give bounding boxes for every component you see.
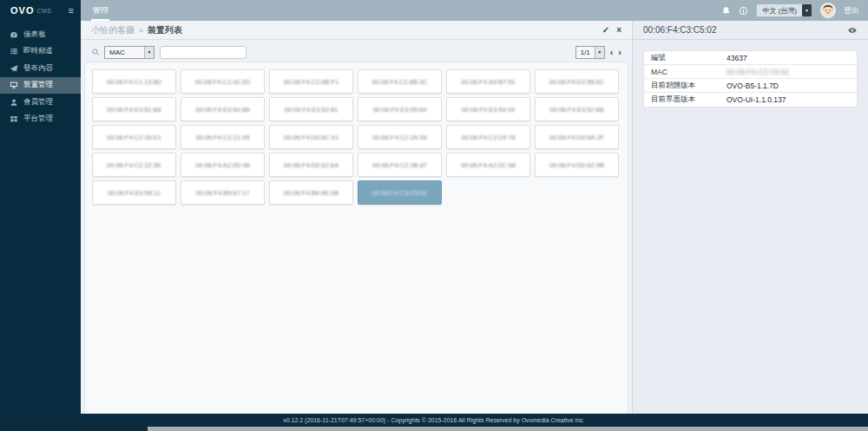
device-card[interactable]: 00:06:F4:D0:62:6A (269, 153, 353, 177)
detail-row: 目前界面版本OVO-UI-1.1.0.137 (644, 93, 857, 107)
device-card[interactable]: 00:06:F4:C1:8B:3C (358, 69, 442, 94)
sidebar-item-dashboard[interactable]: 儀表板 (0, 26, 81, 43)
avatar[interactable] (820, 3, 836, 18)
main-content: 小恰的客廳 » 裝置列表 ✓ × MAC ▼ 1/1 ▼ ‹ › (81, 21, 632, 414)
device-card[interactable]: 00:06:F4:B6:9E:0B (269, 180, 353, 205)
device-card[interactable]: 00:06:F4:B5:67:17 (181, 180, 265, 205)
bell-icon[interactable] (721, 6, 731, 16)
detail-table: 編號43637MAC00:06:F4:C3:C5:02目前韌體版本OVO-B5-… (643, 50, 858, 108)
device-mac-label: 00:06:F4:E3:61:B8 (107, 106, 161, 114)
device-card[interactable]: 00:06:F4:E3:61:B8 (92, 97, 176, 121)
detail-row-value: 00:06:F4:C3:C5:02 (727, 68, 789, 76)
device-card[interactable]: 00:06:F4:C2:24:78 (446, 125, 530, 149)
page-select[interactable]: 1/1 ▼ (575, 46, 605, 59)
sidebar-nav: 儀表板 即時頻道 發布內容 裝置管理 會員管理 平台管理 (0, 21, 81, 127)
detail-row: 編號43637 (644, 51, 857, 65)
pagination: 1/1 ▼ ‹ › (575, 46, 621, 59)
device-card[interactable]: 00:06:F4:A2:0D:48 (181, 153, 265, 177)
device-mac-label: 00:06:F4:C3:C5:02 (372, 189, 427, 197)
device-mac-label: 00:06:F4:C1:42:2D (195, 78, 250, 86)
device-card[interactable]: 00:06:F4:A9:B7:51 (446, 69, 530, 94)
device-card[interactable]: 00:06:F4:C1:13:8D (92, 69, 176, 94)
device-card[interactable]: 00:06:F4:C2:21:95 (181, 125, 265, 149)
sidebar-item-live-channels[interactable]: 即時頻道 (0, 43, 81, 61)
breadcrumb-parent[interactable]: 小恰的客廳 (91, 24, 135, 36)
app-window: OVO CMS ≡ 儀表板 即時頻道 發布內容 裝置管理 會 (0, 0, 868, 431)
device-mac-label: 00:06:F4:B5:67:17 (196, 189, 250, 197)
device-mac-label: 00:06:F4:A2:0C:68 (461, 161, 516, 169)
device-mac-label: 00:06:F4:C2:2B:87 (372, 161, 427, 169)
tab-management[interactable]: 管理 (91, 1, 109, 21)
detail-row-value: OVO-UI-1.1.0.137 (727, 95, 786, 104)
device-mac-label: 00:06:F4:D0:62:9B (549, 161, 604, 169)
confirm-icon[interactable]: ✓ (602, 25, 609, 35)
sidebar-item-member-management[interactable]: 會員管理 (0, 94, 81, 111)
device-card[interactable]: 00:06:F4:D2:55:0C (535, 69, 619, 94)
device-mac-label: 00:06:F4:A2:0D:48 (195, 161, 250, 169)
detail-row: 目前韌體版本OVO-B5-1.1.7D (644, 79, 857, 93)
menu-toggle-icon[interactable]: ≡ (69, 6, 74, 16)
logout-button[interactable]: 登出 (844, 5, 859, 16)
sidebar-item-label: 發布內容 (23, 63, 53, 74)
user-icon (10, 98, 18, 107)
breadcrumb: 小恰的客廳 » 裝置列表 ✓ × (81, 21, 632, 40)
detail-row-value: 43637 (727, 54, 747, 62)
sidebar-item-device-management[interactable]: 裝置管理 (0, 77, 81, 95)
device-mac-label: 00:06:F4:C2:2A:99 (372, 134, 427, 141)
device-card[interactable]: 00:06:F4:D0:6C:41 (269, 125, 353, 149)
device-card[interactable]: 00:06:F4:C3:C5:02 (358, 180, 442, 205)
sidebar-item-label: 即時頻道 (23, 46, 53, 56)
eye-icon[interactable] (847, 25, 858, 36)
search-field-select[interactable]: MAC ▼ (104, 46, 155, 59)
search-field-select-value: MAC (109, 49, 125, 56)
device-card[interactable]: 00:06:F4:E3:52:B6 (535, 97, 619, 121)
info-icon[interactable] (739, 6, 748, 16)
device-card[interactable]: 00:06:F4:E3:54:09 (446, 97, 530, 121)
device-card[interactable]: 00:06:F4:E3:55:64 (358, 97, 442, 121)
device-mac-label: 00:06:F4:C1:8B:3C (372, 78, 427, 86)
sidebar-item-platform-management[interactable]: 平台管理 (0, 111, 81, 128)
device-mac-label: 00:06:F4:C2:0B:F1 (284, 78, 339, 86)
device-mac-label: 00:06:F4:D0:6A:2F (549, 134, 604, 141)
device-card[interactable]: 00:06:F4:C2:26:E1 (92, 125, 176, 149)
sidebar-item-publish-content[interactable]: 發布內容 (0, 60, 81, 77)
device-mac-label: 00:06:F4:A9:B7:51 (461, 78, 516, 86)
device-card[interactable]: 00:06:F4:E3:54:6B (181, 97, 265, 121)
search-toolbar: MAC ▼ 1/1 ▼ ‹ › (81, 42, 632, 62)
next-page-button[interactable]: › (618, 48, 621, 57)
device-card[interactable]: 00:06:F4:D0:6A:2F (535, 125, 619, 149)
device-card[interactable]: 00:06:F4:E3:52:81 (269, 97, 353, 121)
device-mac-label: 00:06:F4:E3:52:81 (285, 106, 339, 114)
close-icon[interactable]: × (616, 25, 621, 35)
search-icon (91, 48, 100, 56)
page-title: 裝置列表 (148, 24, 182, 36)
device-mac-label: 00:06:F4:C2:24:78 (461, 134, 515, 141)
device-mac-label: 00:06:F4:D2:55:0C (549, 78, 604, 86)
device-mac-label: 00:06:F4:C2:21:95 (195, 134, 249, 141)
chevron-down-icon: ▼ (595, 47, 604, 58)
monitor-icon (10, 81, 18, 89)
logo-row: OVO CMS ≡ (0, 0, 81, 21)
sidebar-item-label: 儀表板 (23, 29, 46, 40)
detail-row-label: 編號 (644, 53, 727, 63)
device-card[interactable]: 00:06:F4:C2:0B:F1 (269, 69, 353, 94)
device-card[interactable]: 00:06:F4:E0:58:11 (92, 180, 176, 205)
device-mac-label: 00:06:F4:E3:54:6B (195, 106, 250, 114)
device-card[interactable]: 00:06:F4:A2:0C:68 (446, 153, 530, 177)
device-mac-label: 00:06:F4:D0:62:6A (284, 161, 339, 169)
device-card[interactable]: 00:06:F4:C2:2B:87 (358, 153, 442, 177)
device-card[interactable]: 00:06:F4:C2:2A:99 (358, 125, 442, 149)
language-select[interactable]: 中文 (台灣) ▼ (756, 3, 812, 17)
grid-icon (10, 114, 18, 123)
detail-row: MAC00:06:F4:C3:C5:02 (644, 65, 857, 79)
page-select-value: 1/1 (581, 49, 590, 56)
send-icon (10, 64, 18, 73)
device-card[interactable]: 00:06:F4:C1:42:2D (181, 69, 265, 94)
footer-version-text: v0.12.2 (2016-11-21T07:49:57+00:00) - Co… (283, 417, 585, 423)
language-select-value: 中文 (台灣) (762, 6, 797, 16)
prev-page-button[interactable]: ‹ (610, 48, 614, 57)
device-card[interactable]: 00:06:F4:D0:62:9B (535, 153, 619, 177)
device-mac-label: 00:06:F4:E3:54:09 (462, 106, 516, 114)
device-card[interactable]: 00:06:F4:C2:22:3E (92, 153, 176, 177)
search-input[interactable] (160, 46, 247, 59)
